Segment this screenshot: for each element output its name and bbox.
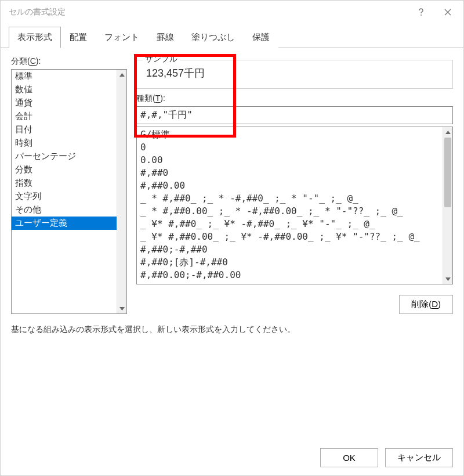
sample-value: 123,457千円 [143,66,448,80]
type-input[interactable]: #,#,"千円" [136,106,453,124]
svg-point-0 [420,15,422,16]
help-icon[interactable] [408,3,434,21]
list-item[interactable]: 時刻 [12,136,117,150]
list-item[interactable]: #,##0;[赤]-#,##0 [139,256,440,269]
list-item[interactable]: 数値 [12,83,117,96]
pattern-list[interactable]: G/標準00.00#,##0#,##0.00_ * #,##0_ ;_ * -#… [136,127,453,284]
list-item[interactable]: 標準 [12,70,117,83]
tab-5[interactable]: 保護 [244,27,278,48]
ok-button[interactable]: OK [320,448,378,467]
scroll-down-icon[interactable] [117,304,126,313]
list-item[interactable]: _ ¥* #,##0.00_ ;_ ¥* -#,##0.00_ ;_ ¥* "-… [139,230,440,243]
scroll-up-icon[interactable] [443,127,452,137]
category-accel: C [30,56,36,66]
list-item[interactable]: 0.00 [139,154,440,167]
close-icon[interactable] [434,3,461,21]
tab-2[interactable]: フォント [96,27,148,48]
tabs: 表示形式配置フォント罫線塗りつぶし保護 [1,24,463,48]
list-item[interactable]: 指数 [12,176,117,190]
list-item[interactable]: #,##0 [139,167,440,179]
list-item[interactable]: 0 [139,141,440,154]
category-list-items[interactable]: 標準数値通貨会計日付時刻パーセンテージ分数指数文字列その他ユーザー定義 [12,70,117,313]
type-label: 種類(T): [136,93,453,104]
tab-0[interactable]: 表示形式 [9,27,61,48]
window-controls [408,3,461,21]
list-item[interactable]: #,##0.00;-#,##0.00 [139,269,440,282]
category-list[interactable]: 標準数値通貨会計日付時刻パーセンテージ分数指数文字列その他ユーザー定義 [11,69,127,314]
list-item[interactable]: パーセンテージ [12,150,117,163]
help-text: 基になる組み込みの表示形式を選択し、新しい表示形式を入力してください。 [11,324,453,335]
list-item[interactable]: その他 [12,203,117,217]
format-cells-dialog: セルの書式設定 表示形式配置フォント罫線塗りつぶし保護 分類(C): 標準数値通… [0,0,464,476]
pattern-list-items[interactable]: G/標準00.00#,##0#,##0.00_ * #,##0_ ;_ * -#… [137,127,443,284]
list-item[interactable]: 会計 [12,110,117,123]
scrollbar-thumb[interactable] [444,138,451,207]
list-item[interactable]: G/標準 [139,128,440,141]
sample-group: サンプル 123,457千円 [136,60,453,89]
list-item[interactable]: _ ¥* #,##0_ ;_ ¥* -#,##0_ ;_ ¥* "-"_ ;_ … [139,218,440,230]
sample-label: サンプル [143,54,180,64]
category-col: 分類(C): 標準数値通貨会計日付時刻パーセンテージ分数指数文字列その他ユーザー… [11,56,127,314]
tab-body: 分類(C): 標準数値通貨会計日付時刻パーセンテージ分数指数文字列その他ユーザー… [1,48,463,338]
type-accel: T [155,93,161,103]
tab-1[interactable]: 配置 [61,27,96,48]
list-item[interactable]: #,##0;-#,##0 [139,243,440,256]
list-item[interactable]: 通貨 [12,96,117,110]
list-item[interactable]: 日付 [12,123,117,136]
tab-3[interactable]: 罫線 [148,27,183,48]
list-item[interactable]: #,##0.00 [139,179,440,192]
list-item[interactable]: _ * #,##0.00_ ;_ * -#,##0.00_ ;_ * "-"??… [139,205,440,218]
list-item[interactable]: ユーザー定義 [12,217,117,230]
list-item[interactable]: 文字列 [12,190,117,203]
right-col: サンプル 123,457千円 種類(T): #,#,"千円" G/標準00.00… [136,56,453,314]
delete-button[interactable]: 削除(D) [399,295,453,314]
content-row: 分類(C): 標準数値通貨会計日付時刻パーセンテージ分数指数文字列その他ユーザー… [11,56,453,314]
pattern-scrollbar[interactable] [443,127,452,284]
scroll-up-icon[interactable] [117,70,126,80]
tab-4[interactable]: 塗りつぶし [183,27,244,48]
delete-row: 削除(D) [136,295,453,314]
list-item[interactable]: 分数 [12,163,117,176]
scroll-down-icon[interactable] [443,274,452,284]
cancel-button[interactable]: キャンセル [385,448,453,467]
titlebar: セルの書式設定 [1,1,463,24]
category-scrollbar[interactable] [117,70,126,313]
list-item[interactable]: _ * #,##0_ ;_ * -#,##0_ ;_ * "-"_ ;_ @_ [139,192,440,205]
footer: OK キャンセル [1,442,463,475]
category-label: 分類(C): [11,56,127,67]
dialog-title: セルの書式設定 [9,7,408,17]
